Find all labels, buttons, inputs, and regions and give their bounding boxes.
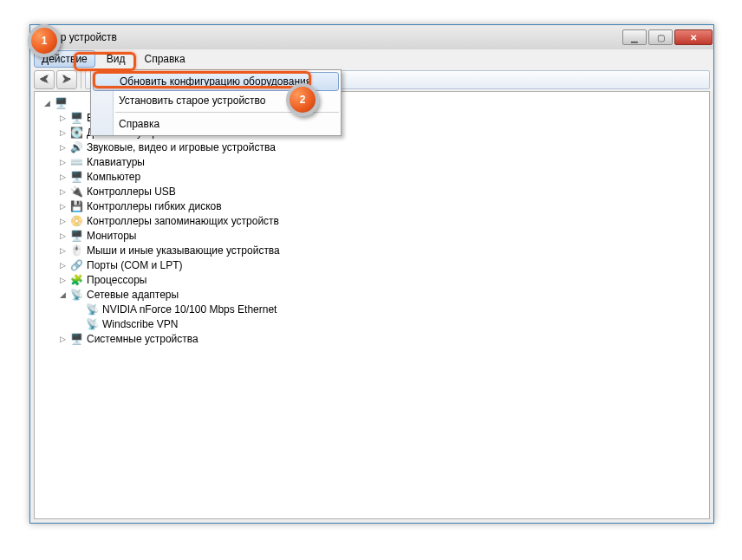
expander-icon[interactable]: ◢	[57, 290, 68, 299]
device-icon: 🖥️	[69, 111, 83, 125]
device-icon: 🖥️	[69, 229, 83, 243]
device-icon: 💽	[69, 126, 83, 140]
tree-node[interactable]: ▷🧩Процессоры	[42, 272, 709, 287]
expander-icon[interactable]: ▷	[57, 202, 68, 211]
menubar: Действие Вид Справка	[30, 49, 713, 68]
tree-leaf[interactable]: 📡Windscribe VPN	[42, 316, 709, 331]
tree-label: Сетевые адаптеры	[87, 289, 179, 301]
tree-label: Контроллеры запоминающих устройств	[87, 215, 279, 227]
maximize-button[interactable]	[648, 29, 673, 45]
expander-icon[interactable]: ▷	[57, 143, 68, 152]
tree-node-network-adapters[interactable]: ◢📡Сетевые адаптеры	[42, 287, 709, 302]
tree-label: Компьютер	[87, 171, 140, 183]
menu-help[interactable]: Справка	[136, 50, 192, 68]
tree-node[interactable]: ▷🔊Звуковые, видео и игровые устройства	[42, 140, 709, 154]
tree-label: Процессоры	[87, 274, 147, 286]
tree-node[interactable]: ▷💾Контроллеры гибких дисков	[42, 199, 709, 213]
menu-view[interactable]: Вид	[99, 50, 133, 68]
tree-label: Мыши и иные указывающие устройства	[87, 244, 280, 257]
device-icon: 🖥️	[69, 332, 83, 346]
device-icon: 📡	[69, 288, 83, 302]
tree-label: Звуковые, видео и игровые устройства	[87, 141, 276, 153]
content-pane[interactable]: ◢ 🖥️ ▷🖥️Видеоадаптеры ▷💽Дисковые устройс…	[34, 91, 710, 519]
expander-icon[interactable]: ▷	[57, 246, 68, 255]
device-icon: 🔊	[69, 140, 83, 154]
device-icon: 🔌	[69, 185, 83, 199]
expander-icon[interactable]: ▷	[57, 158, 68, 166]
device-icon: 📀	[69, 214, 83, 228]
tree-label: Windscribe VPN	[102, 318, 178, 330]
close-button[interactable]	[674, 29, 713, 45]
expander-icon[interactable]: ▷	[57, 114, 68, 122]
expander-icon[interactable]: ◢	[42, 99, 52, 107]
tree-node[interactable]: ▷⌨️Клавиатуры	[42, 154, 709, 169]
expander-icon[interactable]: ▷	[57, 187, 68, 196]
window-buttons	[622, 29, 713, 45]
tree-node[interactable]: ▷🖥️Системные устройства	[42, 331, 709, 346]
expander-icon[interactable]: ▷	[57, 231, 68, 240]
tree-label: Клавиатуры	[87, 156, 145, 168]
titlebar[interactable]: етчер устройств	[30, 25, 713, 49]
tree-label: Контроллеры USB	[87, 186, 176, 198]
expander-icon[interactable]: ▷	[57, 335, 68, 343]
window-title: етчер устройств	[39, 31, 622, 43]
tree-node[interactable]: ▷🖥️Мониторы	[42, 228, 709, 243]
menu-item-label: Справка	[119, 118, 159, 130]
device-icon: 📡	[85, 317, 99, 331]
minimize-button[interactable]	[622, 29, 647, 45]
tree-label: Системные устройства	[87, 333, 199, 345]
tree-node[interactable]: ▷🔗Порты (COM и LPT)	[42, 257, 709, 272]
menu-item-label: Установить старое устройство	[119, 94, 266, 107]
tree-label: Мониторы	[87, 230, 136, 242]
tree-leaf[interactable]: 📡NVIDIA nForce 10/100 Mbps Ethernet	[42, 302, 709, 316]
expander-icon[interactable]: ▷	[57, 173, 68, 181]
menu-item-label: Обновить конфигурацию оборудования	[120, 75, 311, 88]
menu-item-help[interactable]: Справка	[91, 114, 341, 133]
expander-icon[interactable]: ▷	[57, 276, 68, 284]
device-icon: ⌨️	[69, 155, 83, 169]
tree-label: NVIDIA nForce 10/100 Mbps Ethernet	[102, 303, 277, 316]
nav-back-button[interactable]: ⮜	[34, 70, 55, 89]
callout-badge-2: 2	[286, 83, 319, 116]
tree-label: Контроллеры гибких дисков	[87, 200, 222, 212]
tree-node[interactable]: ▷🖥️Компьютер	[42, 169, 709, 184]
device-icon: 📡	[85, 303, 99, 316]
callout-badge-1: 1	[28, 24, 61, 57]
tree-node[interactable]: ▷🔌Контроллеры USB	[42, 184, 709, 199]
tree-node[interactable]: ▷📀Контроллеры запоминающих устройств	[42, 213, 709, 228]
tree-node[interactable]: ▷🖱️Мыши и иные указывающие устройства	[42, 243, 709, 257]
device-icon: 🔗	[69, 258, 83, 272]
expander-icon[interactable]: ▷	[57, 217, 68, 225]
expander-icon[interactable]: ▷	[57, 128, 68, 137]
expander-icon[interactable]: ▷	[57, 261, 68, 270]
nav-forward-button[interactable]: ⮞	[56, 70, 77, 89]
device-icon: 🖥️	[69, 170, 83, 184]
device-icon: 🧩	[69, 273, 83, 287]
computer-icon: 🖥️	[54, 96, 68, 110]
device-icon: 💾	[69, 199, 83, 213]
toolbar-divider	[81, 71, 81, 88]
device-icon: 🖱️	[69, 244, 83, 257]
tree-label: Порты (COM и LPT)	[87, 259, 183, 271]
